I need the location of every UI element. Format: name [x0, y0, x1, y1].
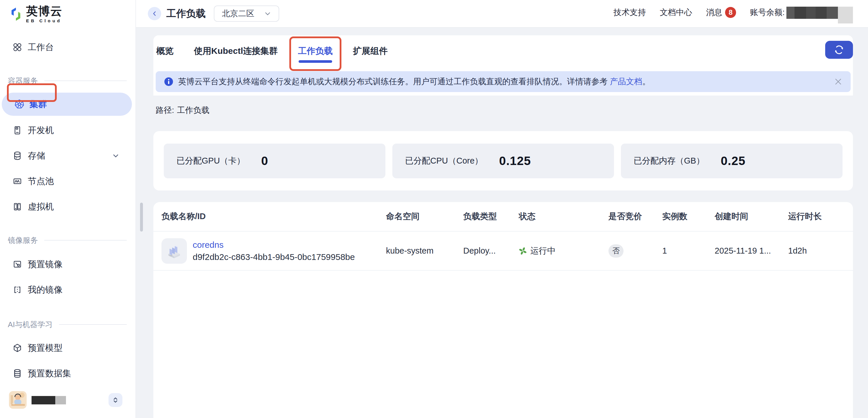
chevron-left-icon: [151, 10, 158, 18]
avatar[interactable]: [9, 391, 27, 409]
sidebar-item-label: 存储: [28, 150, 45, 162]
sidebar-item-node-pool[interactable]: 节点池: [0, 173, 136, 189]
workload-name-link[interactable]: coredns: [193, 240, 355, 250]
col-status: 状态: [519, 211, 609, 222]
sidebar-item-label: 开发机: [28, 124, 54, 136]
scrollbar-thumb[interactable]: [140, 203, 143, 232]
brand-logo-icon: [10, 6, 22, 22]
sidebar-item-vm[interactable]: 虚拟机: [0, 198, 136, 215]
stat-memory: 已分配内存（GB） 0.25: [621, 144, 842, 178]
node-pool-icon: [12, 176, 23, 186]
tab-overview[interactable]: 概览: [156, 43, 174, 59]
info-icon: [164, 77, 174, 87]
tab-bar: 概览 使用Kubectl连接集群 工作负载 扩展组件: [153, 35, 853, 59]
sidebar-item-label: 虚拟机: [28, 201, 54, 213]
messages-badge: 8: [725, 7, 736, 18]
chevron-up-down-icon: [111, 396, 120, 405]
stat-label: 已分配GPU（卡）: [177, 155, 245, 167]
sidebar-item-dev-machine[interactable]: 开发机: [0, 122, 136, 139]
refresh-button[interactable]: [825, 41, 853, 59]
sidebar-item-label: 我的镜像: [28, 284, 62, 296]
sidebar-item-preset-datasets[interactable]: 预置数据集: [0, 365, 136, 382]
col-name: 负载名称/ID: [161, 211, 386, 222]
tab-label: 工作负载: [298, 46, 333, 56]
product-doc-link[interactable]: 产品文档: [610, 77, 642, 86]
path-label: 路径:: [156, 106, 174, 115]
sidebar-item-preset-images[interactable]: 预置镜像: [0, 256, 136, 273]
sidebar-item-my-images[interactable]: 我的镜像: [0, 281, 136, 298]
section-divider: [44, 81, 127, 81]
redaction-block: [786, 7, 838, 19]
breadcrumb: 路径:工作负载: [156, 105, 210, 116]
col-duration: 运行时长: [788, 211, 853, 222]
main-content: 概览 使用Kubectl连接集群 工作负载 扩展组件: [136, 28, 868, 418]
close-icon[interactable]: [834, 78, 842, 85]
vm-icon: [12, 202, 23, 212]
sidebar-item-label: 预置模型: [28, 342, 62, 354]
col-namespace: 命名空间: [386, 211, 463, 222]
balance-redacted: [786, 7, 853, 24]
cell-instances: 1: [662, 246, 715, 256]
sidebar-item-cluster[interactable]: 集群: [2, 93, 132, 116]
back-button[interactable]: [148, 7, 161, 20]
storage-icon: [12, 151, 23, 161]
status-text: 运行中: [530, 245, 556, 257]
messages-label: 消息: [706, 7, 722, 18]
section-title: 容器服务: [8, 76, 38, 86]
preset-image-icon: [12, 259, 23, 269]
redaction-block: [32, 396, 55, 405]
tech-support-link[interactable]: 技术支持: [613, 4, 646, 21]
cell-type: Deploy...: [463, 246, 519, 256]
region-value: 北京二区: [222, 8, 254, 19]
region-dropdown[interactable]: 北京二区: [214, 5, 279, 22]
account-switcher-button[interactable]: [108, 393, 122, 407]
chevron-down-icon: [264, 10, 271, 17]
stat-value: 0: [261, 154, 268, 168]
tab-label: 概览: [156, 46, 174, 56]
sidebar-item-preset-models[interactable]: 预置模型: [0, 339, 136, 356]
info-banner: 英博云平台支持从终端命令行发起单机或大规模分布式训练任务。用户可通过工作负载直观…: [156, 71, 850, 92]
sidebar-item-label: 节点池: [28, 175, 54, 187]
sidebar-section-ai-ml: AI与机器学习: [8, 320, 127, 329]
sidebar: 英博云 EB Cloud 工作台 容器服务: [0, 0, 136, 418]
col-type: 负载类型: [463, 211, 519, 222]
sidebar-item-label: 集群: [30, 98, 47, 110]
sidebar-item-label: 预置镜像: [28, 259, 62, 270]
brand-subtitle: EB Cloud: [26, 18, 62, 23]
sidebar-item-storage[interactable]: 存储: [0, 147, 136, 164]
chevron-down-icon[interactable]: [112, 152, 119, 159]
col-created: 创建时间: [715, 211, 788, 222]
balance-label: 账号余额:: [750, 4, 785, 21]
stat-gpu: 已分配GPU（卡） 0: [164, 144, 385, 178]
topbar-right: 技术支持 文档中心 消息 8 账号余额:: [599, 4, 868, 24]
sidebar-section-container-services: 容器服务: [8, 76, 127, 86]
tab-kubectl[interactable]: 使用Kubectl连接集群: [194, 43, 278, 59]
brand-logo: 英博云 EB Cloud: [10, 5, 62, 23]
banner-text: 英博云平台支持从终端命令行发起单机或大规模分布式训练任务。用户可通过工作负载直观…: [178, 76, 650, 87]
sidebar-item-workbench[interactable]: 工作台: [0, 39, 136, 56]
stat-value: 0.125: [499, 154, 531, 168]
topbar: 工作负载 北京二区 技术支持 文档中心 消息 8 账号余额:: [136, 0, 868, 28]
cell-created: 2025-11-19 1...: [715, 246, 788, 256]
table-row[interactable]: coredns d9f2db2c-c863-4bb1-9b45-0bc17599…: [153, 232, 853, 271]
redaction-block: [55, 396, 66, 405]
doc-center-link[interactable]: 文档中心: [660, 4, 692, 21]
tab-label: 扩展组件: [353, 46, 388, 56]
spot-badge: 否: [609, 244, 623, 258]
active-tab-underline: [299, 60, 332, 63]
my-image-icon: [12, 285, 23, 295]
col-spot: 是否竞价: [609, 211, 662, 222]
stat-value: 0.25: [721, 154, 746, 168]
tab-workloads[interactable]: 工作负载: [298, 43, 333, 59]
section-title: 镜像服务: [8, 235, 38, 245]
messages-link[interactable]: 消息 8: [706, 4, 736, 21]
account-balance: 账号余额:: [750, 4, 853, 24]
user-row: [0, 390, 136, 412]
workload-table: 负载名称/ID 命名空间 负载类型 状态 是否竞价 实例数 创建时间 运行时长: [153, 202, 853, 418]
refresh-icon: [833, 44, 845, 56]
tab-extensions[interactable]: 扩展组件: [353, 43, 388, 59]
cell-status: 运行中: [519, 245, 609, 257]
workload-name-cell: coredns d9f2db2c-c863-4bb1-9b45-0bc17599…: [161, 238, 386, 264]
tabs-band: 概览 使用Kubectl连接集群 工作负载 扩展组件: [153, 35, 853, 95]
stat-cpu: 已分配CPU（Core） 0.125: [392, 144, 614, 178]
